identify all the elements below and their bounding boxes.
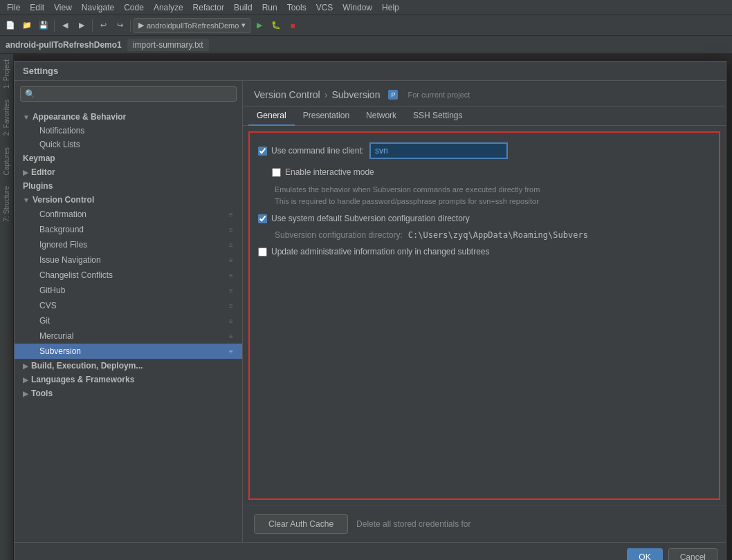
sidebar-item-background[interactable]: Background ≡ [15,222,242,237]
side-tab-favorites[interactable]: 2: Favorites [1,94,12,141]
sidebar-item-tools[interactable]: ▶ Tools [15,386,242,400]
use-system-default-label[interactable]: Use system default Subversion configurat… [258,214,470,223]
sidebar-item-keymap[interactable]: Keymap [15,151,242,165]
sidebar-item-quicklists[interactable]: Quick Lists [15,138,242,151]
settings-breadcrumb: Version Control › Subversion P For curre… [243,81,726,106]
menu-help[interactable]: Help [378,1,403,14]
toolbar-new-btn[interactable]: 📄 [3,18,18,33]
side-tab-structure[interactable]: 7: Structure [1,180,12,227]
editor-arrow: ▶ [23,169,28,176]
use-system-default-checkbox[interactable] [258,214,267,223]
search-box[interactable]: 🔍 [20,86,237,102]
sidebar-item-cvs[interactable]: CVS ≡ [15,298,242,313]
sidebar-item-label: Ignored Files [39,240,226,250]
sidebar-item-label: Version Control [33,195,237,205]
menu-edit[interactable]: Edit [26,1,48,14]
search-icon: 🔍 [25,89,35,99]
sidebar-item-issuenavigation[interactable]: Issue Navigation ≡ [15,252,242,268]
enable-interactive-row: Enable interactive mode [255,163,713,181]
side-tab-project[interactable]: 1: Project [1,54,12,94]
side-tab-captures[interactable]: Captures [1,142,12,181]
clear-auth-cache-button[interactable]: Clear Auth Cache [254,514,348,534]
use-command-line-checkbox[interactable] [258,147,267,156]
toolbar-undo-btn[interactable]: ↩ [95,18,111,33]
update-admin-label[interactable]: Update administrative information only i… [258,247,490,256]
content-bottom-area: Clear Auth Cache Delete all stored crede… [243,505,726,542]
sidebar-item-label: Subversion [39,346,226,356]
run-btn[interactable]: ▶ [252,18,267,33]
sidebar-item-label: Changelist Conflicts [39,270,226,280]
search-input[interactable] [38,89,232,99]
menu-code[interactable]: Code [120,1,148,14]
ok-button[interactable]: OK [627,548,662,560]
menu-vcs[interactable]: VCS [312,1,338,14]
tab-general[interactable]: General [248,106,295,126]
menu-analyze[interactable]: Analyze [149,1,187,14]
stop-btn[interactable]: ■ [285,18,300,33]
cancel-button[interactable]: Cancel [668,548,717,560]
settings-content: Version Control › Subversion P For curre… [243,81,726,542]
sidebar-item-mercurial[interactable]: Mercurial ≡ [15,328,242,344]
delete-credentials-text: Delete all stored credentials for [356,519,470,529]
sidebar-item-appearance[interactable]: ▼ Appearance & Behavior [15,110,242,124]
description-line1: Emulates the behavior when Subversion co… [255,181,713,209]
toolbar-open-btn[interactable]: 📁 [19,18,35,33]
sidebar-item-label: Confirmation [39,209,226,219]
sidebar-item-build[interactable]: ▶ Build, Execution, Deploym... [15,359,242,373]
update-admin-checkbox[interactable] [258,248,267,256]
use-system-default-text: Use system default Subversion configurat… [271,214,470,223]
dialog-title: Settings [23,66,58,76]
sidebar-item-plugins[interactable]: Plugins [15,179,242,193]
page-icon: ≡ [226,285,237,296]
menu-refactor[interactable]: Refactor [189,1,228,14]
sidebar-item-subversion[interactable]: Subversion ≡ [15,344,242,359]
toolbar-back-btn[interactable]: ◀ [57,18,73,33]
sidebar-item-label: Build, Execution, Deploym... [31,361,237,371]
dialog-title-bar: Settings [15,62,726,81]
ide-area: 1: Project 2: Favorites Captures 7: Stru… [0,54,732,560]
settings-tabs: General Presentation Network SSH Setting… [243,106,726,126]
menu-tools[interactable]: Tools [283,1,311,14]
command-line-input[interactable] [369,142,508,159]
toolbar-redo-btn[interactable]: ↪ [112,18,127,33]
sidebar-item-label: CVS [39,301,226,310]
update-admin-text: Update administrative information only i… [271,247,490,256]
sidebar-item-label: Background [39,225,226,234]
settings-sidebar: 🔍 ▼ Appearance & Behavior Notifications … [15,81,243,542]
breadcrumb-subsection: Subversion [331,89,380,100]
run-config-dropdown[interactable]: ▶ androidpullToRefreshDemo ▾ [134,18,250,33]
sidebar-item-notifications[interactable]: Notifications [15,124,242,138]
sidebar-item-editor[interactable]: ▶ Editor [15,165,242,179]
enable-interactive-checkbox[interactable] [272,168,281,177]
sidebar-item-git[interactable]: Git ≡ [15,313,242,328]
project-file[interactable]: import-summary.txt [127,39,209,51]
toolbar-sep-2 [92,19,93,32]
menu-run[interactable]: Run [258,1,282,14]
menu-window[interactable]: Window [338,1,376,14]
menu-build[interactable]: Build [230,1,257,14]
use-command-line-label[interactable]: Use command line client: [258,146,364,156]
sidebar-item-label: Quick Lists [39,140,237,149]
menu-navigate[interactable]: Navigate [77,1,118,14]
enable-interactive-label[interactable]: Enable interactive mode [272,167,374,177]
sidebar-item-ignoredfiles[interactable]: Ignored Files ≡ [15,237,242,252]
breadcrumb-separator: › [324,89,328,100]
sidebar-item-github[interactable]: GitHub ≡ [15,283,242,298]
sidebar-item-versioncontrol[interactable]: ▼ Version Control [15,193,242,207]
menu-file[interactable]: File [3,1,24,14]
tab-network[interactable]: Network [358,106,405,126]
sidebar-item-confirmation[interactable]: Confirmation ≡ [15,207,242,222]
menu-view[interactable]: View [50,1,76,14]
versioncontrol-arrow: ▼ [23,196,30,204]
debug-btn[interactable]: 🐛 [268,18,284,33]
sidebar-item-changelistconflicts[interactable]: Changelist Conflicts ≡ [15,268,242,283]
sidebar-tree: ▼ Appearance & Behavior Notifications Qu… [15,107,242,542]
toolbar-forward-btn[interactable]: ▶ [74,18,89,33]
toolbar-save-btn[interactable]: 💾 [36,18,51,33]
menu-bar: File Edit View Navigate Code Analyze Ref… [0,0,732,15]
tab-presentation[interactable]: Presentation [295,106,358,126]
tab-ssh-settings[interactable]: SSH Settings [405,106,470,126]
page-icon: ≡ [226,346,237,357]
sidebar-item-languages[interactable]: ▶ Languages & Frameworks [15,373,242,386]
toolbar: 📄 📁 💾 ◀ ▶ ↩ ↪ ▶ androidpullToRefreshDemo… [0,15,732,36]
